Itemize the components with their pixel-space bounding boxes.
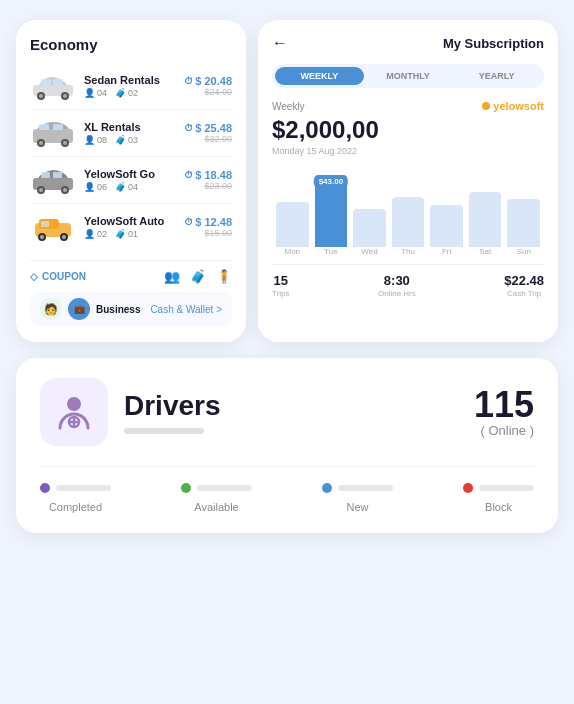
price-current: ⏱ $ 18.48	[184, 169, 232, 181]
price-old: $15.00	[184, 228, 232, 238]
svg-point-24	[40, 235, 44, 239]
price-current: ⏱ $ 25.48	[184, 122, 232, 134]
cash-wallet-link[interactable]: Cash & Wallet >	[150, 304, 222, 315]
car-luggage: 🧳 01	[115, 229, 138, 239]
person-meta-icon: 👤	[84, 88, 95, 98]
economy-title: Economy	[30, 36, 232, 53]
stat-hrs-label: Online Hrs	[378, 289, 416, 298]
bag-icon[interactable]: 🧳	[190, 269, 206, 284]
drivers-card: Drivers 115 ( Online ) Completed Availab…	[16, 358, 558, 533]
footer-icons: 👥 🧳 🧍	[164, 269, 232, 284]
chart-day-label: Sat	[479, 247, 491, 256]
car-luggage: 🧳 02	[115, 88, 138, 98]
car-price: ⏱ $ 12.48 $15.00	[184, 216, 232, 238]
people-icon[interactable]: 👥	[164, 269, 180, 284]
car-name: Sedan Rentals	[84, 74, 184, 86]
car-info: XL Rentals 👤 08 🧳 03	[84, 121, 184, 145]
tab-monthly[interactable]: MONTHLY	[364, 67, 453, 85]
subscription-tabs: WEEKLY MONTHLY YEARLY	[272, 64, 544, 88]
economy-card: Economy Sedan Rentals 👤 04	[16, 20, 246, 342]
chart-bar	[276, 202, 309, 247]
car-item[interactable]: YelowSoft Go 👤 06 🧳 04 ⏱ $ 18.48	[30, 157, 232, 204]
business-label: Business	[96, 304, 140, 315]
tab-yearly[interactable]: YEARLY	[452, 67, 541, 85]
stat-trips-value: 15	[272, 273, 289, 288]
svg-rect-16	[53, 172, 62, 178]
svg-rect-15	[41, 172, 50, 178]
price-old: $24.00	[184, 87, 232, 97]
legend-label: Block	[485, 501, 512, 513]
brand-logo: yelowsoft	[482, 100, 544, 112]
car-item[interactable]: Sedan Rentals 👤 04 🧳 02 ⏱ $ 20.48	[30, 63, 232, 110]
stat-cash-trip: $22.48 Cash Trip	[504, 273, 544, 298]
car-info: Sedan Rentals 👤 04 🧳 02	[84, 74, 184, 98]
car-name: YelowSoft Go	[84, 168, 184, 180]
legend-row	[463, 483, 534, 493]
person-icon[interactable]: 🧍	[216, 269, 232, 284]
subscription-stats: 15 Trips 8:30 Online Hrs $22.48 Cash Tri…	[272, 264, 544, 298]
drivers-divider	[40, 466, 534, 467]
tab-weekly[interactable]: WEEKLY	[275, 67, 364, 85]
brand-dot-icon	[482, 102, 490, 110]
clock-icon: ⏱	[184, 217, 193, 227]
coupon-button[interactable]: ◇ COUPON	[30, 271, 86, 282]
svg-point-18	[39, 188, 43, 192]
svg-point-4	[39, 94, 43, 98]
chart-bar	[469, 192, 502, 247]
chart-bar	[392, 197, 425, 247]
price-old: $32.00	[184, 134, 232, 144]
drivers-legend: Completed Available New Block	[40, 483, 534, 513]
chart-day-label: Wed	[361, 247, 377, 256]
car-passengers: 👤 02	[84, 229, 107, 239]
car-price: ⏱ $ 20.48 $24.00	[184, 75, 232, 97]
drivers-title: Drivers	[124, 390, 221, 422]
stat-cash-label: Cash Trip	[504, 289, 544, 298]
legend-bar	[338, 485, 393, 491]
svg-rect-9	[53, 124, 63, 130]
stat-online-hrs: 8:30 Online Hrs	[378, 273, 416, 298]
clock-icon: ⏱	[184, 76, 193, 86]
car-image	[30, 70, 76, 102]
car-item[interactable]: YelowSoft Auto 👤 02 🧳 01 ⏱ $ 12.48	[30, 204, 232, 250]
legend-label: Available	[194, 501, 238, 513]
chart-bar-wrap: Fri	[430, 205, 463, 256]
back-button[interactable]: ←	[272, 34, 288, 52]
luggage-meta-icon: 🧳	[115, 88, 126, 98]
luggage-count: 01	[128, 229, 138, 239]
chart-bar-wrap: Wed	[353, 209, 386, 256]
legend-bar	[56, 485, 111, 491]
avatar-green: 🧑	[40, 298, 62, 320]
person-meta-icon: 👤	[84, 182, 95, 192]
legend-dot	[181, 483, 191, 493]
luggage-meta-icon: 🧳	[115, 135, 126, 145]
chart-day-label: Sun	[517, 247, 531, 256]
stat-trips: 15 Trips	[272, 273, 289, 298]
legend-item-new: New	[322, 483, 393, 513]
svg-point-28	[67, 397, 81, 411]
stat-trips-label: Trips	[272, 289, 289, 298]
car-passengers: 👤 08	[84, 135, 107, 145]
legend-label: New	[346, 501, 368, 513]
luggage-count: 03	[128, 135, 138, 145]
car-meta: 👤 02 🧳 01	[84, 229, 184, 239]
car-name: YelowSoft Auto	[84, 215, 184, 227]
car-meta: 👤 08 🧳 03	[84, 135, 184, 145]
car-item[interactable]: XL Rentals 👤 08 🧳 03 ⏱ $ 25.48	[30, 110, 232, 157]
subscription-header: ← My Subscription	[272, 34, 544, 52]
chart-day-label: Mon	[285, 247, 301, 256]
stat-hrs-value: 8:30	[378, 273, 416, 288]
car-luggage: 🧳 04	[115, 182, 138, 192]
car-image	[30, 164, 76, 196]
chart-bar-wrap: Mon	[276, 202, 309, 256]
car-luggage: 🧳 03	[115, 135, 138, 145]
price-value: $ 20.48	[195, 75, 232, 87]
luggage-meta-icon: 🧳	[115, 182, 126, 192]
legend-bar	[197, 485, 252, 491]
chart-bar	[353, 209, 386, 247]
svg-rect-1	[41, 79, 51, 85]
legend-row	[40, 483, 111, 493]
price-current: ⏱ $ 20.48	[184, 75, 232, 87]
subscription-period: Weekly	[272, 101, 305, 112]
avatar-blue: 💼	[68, 298, 90, 320]
price-value: $ 12.48	[195, 216, 232, 228]
